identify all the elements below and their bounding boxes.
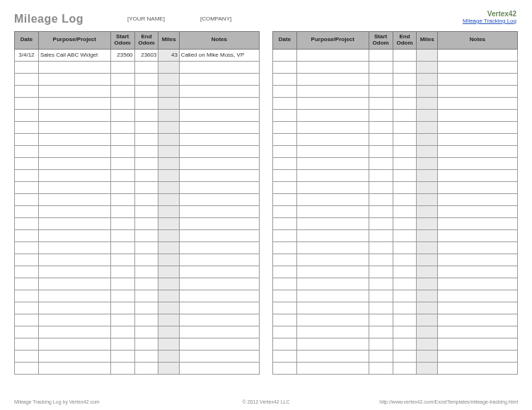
cell-purpose[interactable]: [296, 193, 369, 205]
cell-date[interactable]: 3/4/12: [15, 49, 39, 61]
cell-date[interactable]: [15, 193, 39, 205]
cell-purpose[interactable]: [296, 362, 369, 374]
cell-notes[interactable]: [437, 97, 517, 109]
cell-end-odom[interactable]: [393, 241, 417, 254]
cell-end-odom[interactable]: [134, 109, 158, 121]
cell-notes[interactable]: [437, 133, 517, 145]
cell-notes[interactable]: [437, 205, 517, 217]
cell-purpose[interactable]: [38, 290, 110, 302]
cell-miles[interactable]: [158, 314, 179, 326]
cell-miles[interactable]: [417, 109, 437, 121]
cell-miles[interactable]: [158, 350, 179, 362]
cell-start-odom[interactable]: [369, 229, 393, 241]
cell-start-odom[interactable]: [110, 73, 134, 85]
cell-date[interactable]: [273, 326, 297, 338]
cell-purpose[interactable]: [38, 278, 110, 290]
cell-end-odom[interactable]: [393, 109, 417, 121]
cell-purpose[interactable]: [38, 217, 110, 229]
cell-start-odom[interactable]: [110, 350, 134, 362]
cell-purpose[interactable]: [296, 302, 369, 314]
cell-date[interactable]: [15, 145, 39, 157]
cell-notes[interactable]: [437, 85, 517, 97]
cell-purpose[interactable]: [296, 85, 369, 97]
cell-notes[interactable]: [437, 266, 517, 278]
cell-miles[interactable]: [158, 217, 179, 229]
cell-start-odom[interactable]: [110, 61, 134, 73]
cell-miles[interactable]: [158, 241, 179, 254]
cell-start-odom[interactable]: [369, 350, 393, 362]
cell-miles[interactable]: [417, 193, 437, 205]
cell-end-odom[interactable]: [393, 290, 417, 302]
cell-date[interactable]: [273, 338, 297, 350]
cell-miles[interactable]: [158, 362, 179, 374]
cell-notes[interactable]: [179, 302, 259, 314]
cell-end-odom[interactable]: [393, 338, 417, 350]
cell-notes[interactable]: [179, 266, 259, 278]
cell-date[interactable]: [273, 85, 297, 97]
cell-end-odom[interactable]: [134, 338, 158, 350]
cell-end-odom[interactable]: [134, 266, 158, 278]
brand-link[interactable]: Mileage Tracking Log: [463, 18, 516, 24]
cell-end-odom[interactable]: [134, 145, 158, 157]
cell-start-odom[interactable]: [110, 314, 134, 326]
cell-date[interactable]: [15, 169, 39, 181]
cell-start-odom[interactable]: [110, 217, 134, 229]
cell-start-odom[interactable]: [110, 338, 134, 350]
cell-notes[interactable]: Called on Mike Moss, VP: [179, 49, 259, 61]
cell-notes[interactable]: [179, 278, 259, 290]
cell-miles[interactable]: [158, 109, 179, 121]
cell-miles[interactable]: [417, 157, 437, 169]
cell-miles[interactable]: 43: [158, 49, 179, 61]
cell-end-odom[interactable]: [134, 290, 158, 302]
cell-miles[interactable]: [158, 338, 179, 350]
cell-purpose[interactable]: [296, 338, 369, 350]
cell-purpose[interactable]: [296, 229, 369, 241]
cell-date[interactable]: [15, 61, 39, 73]
cell-end-odom[interactable]: [134, 241, 158, 254]
cell-end-odom[interactable]: [134, 229, 158, 241]
cell-start-odom[interactable]: [110, 229, 134, 241]
cell-miles[interactable]: [158, 326, 179, 338]
cell-end-odom[interactable]: [134, 193, 158, 205]
cell-date[interactable]: [15, 362, 39, 374]
cell-start-odom[interactable]: [110, 181, 134, 193]
cell-purpose[interactable]: [296, 350, 369, 362]
cell-miles[interactable]: [417, 326, 437, 338]
cell-miles[interactable]: [417, 85, 437, 97]
cell-notes[interactable]: [179, 350, 259, 362]
cell-start-odom[interactable]: [369, 169, 393, 181]
cell-notes[interactable]: [179, 362, 259, 374]
cell-purpose[interactable]: [38, 229, 110, 241]
cell-miles[interactable]: [158, 97, 179, 109]
cell-start-odom[interactable]: [369, 205, 393, 217]
cell-date[interactable]: [273, 169, 297, 181]
cell-date[interactable]: [273, 229, 297, 241]
cell-miles[interactable]: [417, 97, 437, 109]
cell-purpose[interactable]: [38, 350, 110, 362]
cell-end-odom[interactable]: [393, 302, 417, 314]
cell-notes[interactable]: [179, 229, 259, 241]
cell-purpose[interactable]: [296, 205, 369, 217]
cell-date[interactable]: [15, 254, 39, 266]
cell-miles[interactable]: [158, 266, 179, 278]
cell-date[interactable]: [15, 350, 39, 362]
cell-notes[interactable]: [179, 97, 259, 109]
cell-purpose[interactable]: [296, 217, 369, 229]
cell-end-odom[interactable]: [393, 350, 417, 362]
cell-notes[interactable]: [179, 133, 259, 145]
cell-date[interactable]: [273, 121, 297, 133]
cell-start-odom[interactable]: [110, 121, 134, 133]
cell-purpose[interactable]: [38, 109, 110, 121]
cell-purpose[interactable]: [296, 73, 369, 85]
cell-end-odom[interactable]: [393, 314, 417, 326]
cell-notes[interactable]: [437, 169, 517, 181]
cell-miles[interactable]: [158, 61, 179, 73]
cell-miles[interactable]: [417, 254, 437, 266]
cell-purpose[interactable]: [296, 109, 369, 121]
cell-notes[interactable]: [437, 181, 517, 193]
cell-miles[interactable]: [158, 193, 179, 205]
cell-date[interactable]: [273, 302, 297, 314]
cell-notes[interactable]: [179, 314, 259, 326]
cell-date[interactable]: [273, 314, 297, 326]
cell-notes[interactable]: [437, 217, 517, 229]
